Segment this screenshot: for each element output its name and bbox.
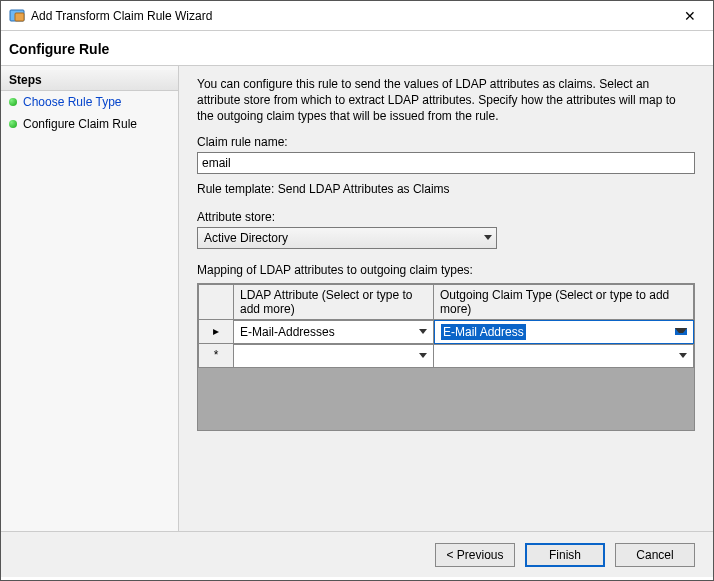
ldap-attribute-value: E-Mail-Addresses xyxy=(240,325,335,339)
row-indicator[interactable]: * xyxy=(198,344,234,368)
description-text: You can configure this rule to send the … xyxy=(197,76,695,125)
outgoing-claim-cell[interactable]: E-Mail Address xyxy=(434,320,694,344)
grid-header-claim: Outgoing Claim Type (Select or type to a… xyxy=(434,284,694,320)
grid-row: * xyxy=(198,344,694,368)
step-bullet-icon xyxy=(9,120,17,128)
close-icon[interactable]: ✕ xyxy=(675,8,705,24)
rule-template-label: Rule template: Send LDAP Attributes as C… xyxy=(197,182,695,196)
footer: < Previous Finish Cancel xyxy=(1,531,713,577)
attribute-store-select[interactable]: Active Directory xyxy=(197,227,497,249)
step-link[interactable]: Choose Rule Type xyxy=(23,95,122,109)
svg-rect-1 xyxy=(15,13,24,21)
outgoing-claim-value: E-Mail Address xyxy=(441,324,526,340)
page-subtitle: Configure Rule xyxy=(1,31,713,66)
grid-header-row: LDAP Attribute (Select or type to add mo… xyxy=(198,284,694,320)
ldap-attribute-cell[interactable]: E-Mail-Addresses xyxy=(234,320,434,344)
cancel-button[interactable]: Cancel xyxy=(615,543,695,567)
titlebar: Add Transform Claim Rule Wizard ✕ xyxy=(1,1,713,31)
step-label: Configure Claim Rule xyxy=(23,117,137,131)
steps-sidebar: Steps Choose Rule Type Configure Claim R… xyxy=(1,66,179,531)
chevron-down-icon xyxy=(675,328,687,335)
rule-name-label: Claim rule name: xyxy=(197,135,695,149)
previous-button[interactable]: < Previous xyxy=(435,543,515,567)
mapping-grid: LDAP Attribute (Select or type to add mo… xyxy=(197,283,695,431)
attribute-store-label: Attribute store: xyxy=(197,210,695,224)
grid-row: ▸ E-Mail-Addresses E-Mail Address xyxy=(198,320,694,344)
chevron-down-icon xyxy=(419,353,427,358)
finish-button[interactable]: Finish xyxy=(525,543,605,567)
ldap-attribute-cell[interactable] xyxy=(234,344,434,368)
grid-empty-area xyxy=(198,368,694,430)
outgoing-claim-cell[interactable] xyxy=(434,344,694,368)
chevron-down-icon xyxy=(419,329,427,334)
grid-corner xyxy=(198,284,234,320)
attribute-store-value: Active Directory xyxy=(204,231,288,245)
grid-header-ldap: LDAP Attribute (Select or type to add mo… xyxy=(234,284,434,320)
step-configure-claim-rule: Configure Claim Rule xyxy=(1,113,178,135)
chevron-down-icon xyxy=(679,353,687,358)
step-choose-rule-type[interactable]: Choose Rule Type xyxy=(1,91,178,113)
step-bullet-icon xyxy=(9,98,17,106)
window-title: Add Transform Claim Rule Wizard xyxy=(31,9,675,23)
chevron-down-icon xyxy=(484,235,492,240)
wizard-icon xyxy=(9,8,25,24)
rule-name-input[interactable] xyxy=(197,152,695,174)
mapping-label: Mapping of LDAP attributes to outgoing c… xyxy=(197,263,695,277)
main-panel: You can configure this rule to send the … xyxy=(179,66,713,531)
row-indicator[interactable]: ▸ xyxy=(198,320,234,344)
steps-header: Steps xyxy=(1,70,178,91)
